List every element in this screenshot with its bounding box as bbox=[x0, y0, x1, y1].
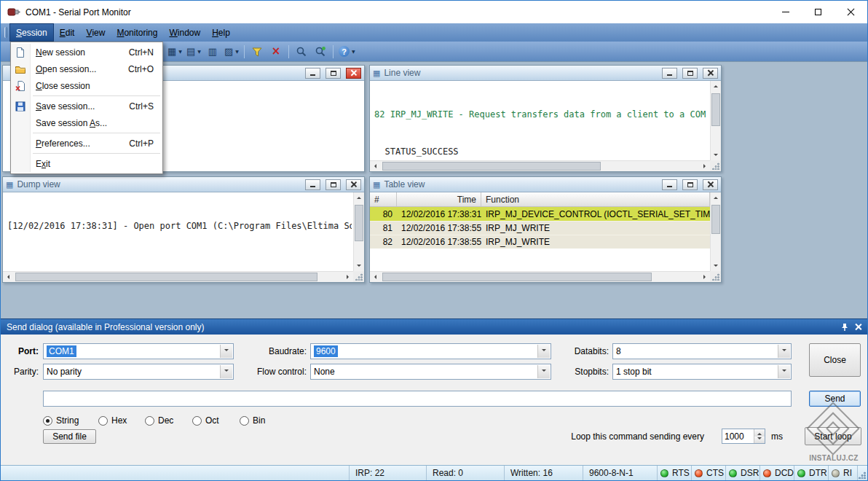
dropdown-arrow-icon[interactable] bbox=[220, 365, 232, 378]
stopbits-combo[interactable]: 1 stop bit bbox=[612, 364, 792, 380]
vertical-scrollbar[interactable] bbox=[710, 192, 721, 271]
clear-button[interactable]: × bbox=[267, 44, 285, 60]
radio-bin[interactable]: Bin bbox=[240, 415, 265, 426]
minimize-button[interactable] bbox=[305, 179, 320, 190]
command-input[interactable] bbox=[43, 391, 792, 407]
scroll-left-button[interactable] bbox=[3, 272, 14, 282]
menu-window[interactable]: Window bbox=[163, 23, 206, 42]
scroll-right-button[interactable] bbox=[699, 272, 710, 282]
scroll-down-button[interactable] bbox=[354, 260, 364, 271]
scroll-thumb[interactable] bbox=[355, 205, 363, 241]
scroll-right-button[interactable] bbox=[699, 161, 710, 171]
resize-grip[interactable] bbox=[710, 271, 721, 282]
menu-monitoring[interactable]: Monitoring bbox=[111, 23, 163, 42]
menu-item-close-session[interactable]: Close session bbox=[11, 77, 162, 94]
dump-view-button[interactable]: ▥ bbox=[204, 44, 221, 60]
baudrate-combo[interactable]: 9600 bbox=[310, 343, 551, 359]
scroll-track[interactable] bbox=[711, 203, 721, 260]
scroll-down-button[interactable] bbox=[711, 149, 721, 160]
close-button[interactable] bbox=[346, 68, 361, 79]
radio-dec[interactable]: Dec bbox=[145, 415, 173, 426]
parity-combo[interactable]: No parity bbox=[43, 364, 234, 380]
radio-hex[interactable]: Hex bbox=[98, 415, 127, 426]
menu-view[interactable]: View bbox=[80, 23, 111, 42]
search-button[interactable] bbox=[293, 44, 310, 60]
start-loop-button[interactable]: Start loop bbox=[805, 427, 861, 445]
menu-item-open-session[interactable]: Open session... Ctrl+O bbox=[11, 60, 162, 77]
minimize-button[interactable] bbox=[662, 179, 677, 190]
menu-item-exit[interactable]: Exit bbox=[11, 155, 162, 172]
close-button[interactable] bbox=[346, 179, 361, 190]
horizontal-scrollbar[interactable] bbox=[370, 271, 710, 282]
spin-down-button[interactable] bbox=[754, 437, 765, 444]
filter-button[interactable] bbox=[248, 44, 266, 60]
horizontal-scrollbar[interactable] bbox=[3, 271, 353, 282]
table-row[interactable]: 82 12/02/2016 17:38:55 IRP_MJ_WRITE bbox=[370, 235, 710, 249]
scroll-thumb[interactable] bbox=[711, 205, 720, 234]
scroll-up-button[interactable] bbox=[354, 192, 364, 203]
databits-combo[interactable]: 8 bbox=[612, 343, 792, 359]
scroll-track[interactable] bbox=[381, 272, 699, 282]
minimize-button[interactable] bbox=[769, 1, 802, 23]
scroll-left-button[interactable] bbox=[370, 161, 381, 171]
loop-interval-input[interactable] bbox=[722, 429, 754, 443]
dump-view-titlebar[interactable]: ▦ Dump view bbox=[3, 177, 364, 192]
table-view-titlebar[interactable]: ▦ Table view bbox=[370, 177, 721, 192]
port-combo[interactable]: COM1 bbox=[43, 343, 234, 359]
scroll-right-button[interactable] bbox=[342, 272, 353, 282]
scroll-down-button[interactable] bbox=[711, 260, 721, 271]
maximize-button[interactable] bbox=[326, 179, 341, 190]
maximize-button[interactable] bbox=[326, 68, 341, 79]
close-icon[interactable] bbox=[855, 324, 861, 330]
resize-grip[interactable] bbox=[710, 160, 721, 171]
scroll-up-button[interactable] bbox=[711, 192, 721, 203]
scroll-thumb[interactable] bbox=[382, 162, 601, 171]
scroll-thumb[interactable] bbox=[711, 93, 720, 126]
menu-item-preferences[interactable]: Preferences... Ctrl+P bbox=[11, 135, 162, 152]
vertical-scrollbar[interactable] bbox=[710, 81, 721, 160]
menu-edit[interactable]: Edit bbox=[54, 23, 81, 42]
column-header-time[interactable]: Time bbox=[397, 192, 481, 206]
help-button[interactable]: ?▼ bbox=[337, 44, 357, 60]
send-button[interactable]: Send bbox=[809, 391, 861, 407]
maximize-button[interactable] bbox=[682, 68, 698, 79]
radio-oct[interactable]: Oct bbox=[192, 415, 219, 426]
menu-item-new-session[interactable]: New session Ctrl+N bbox=[11, 44, 162, 60]
line-view-titlebar[interactable]: ▦ Line view bbox=[370, 66, 721, 81]
close-button[interactable] bbox=[835, 1, 867, 23]
scroll-thumb[interactable] bbox=[15, 273, 317, 281]
scroll-up-button[interactable] bbox=[711, 81, 721, 92]
vertical-scrollbar[interactable] bbox=[353, 192, 364, 271]
flow-control-combo[interactable]: None bbox=[310, 364, 551, 380]
loop-interval-spinner[interactable] bbox=[722, 429, 765, 444]
scroll-track[interactable] bbox=[14, 272, 342, 282]
close-send-dialog-button[interactable]: Close bbox=[809, 343, 861, 377]
close-button[interactable] bbox=[703, 68, 718, 79]
maximize-button[interactable] bbox=[682, 179, 698, 190]
scroll-track[interactable] bbox=[381, 161, 699, 171]
close-button[interactable] bbox=[703, 179, 718, 190]
maximize-button[interactable] bbox=[802, 1, 835, 23]
scroll-track[interactable] bbox=[711, 92, 721, 149]
column-header-num[interactable]: # bbox=[370, 192, 397, 206]
horizontal-scrollbar[interactable] bbox=[370, 160, 710, 171]
menu-session[interactable]: Session bbox=[9, 23, 54, 42]
table-row[interactable]: 81 12/02/2016 17:38:55 IRP_MJ_WRITE bbox=[370, 221, 710, 235]
resize-grip[interactable] bbox=[353, 271, 364, 282]
title-bar[interactable]: COM1 - Serial Port Monitor bbox=[1, 1, 867, 23]
table-row[interactable]: 80 12/02/2016 17:38:31 IRP_MJ_DEVICE_CON… bbox=[370, 207, 710, 221]
scroll-thumb[interactable] bbox=[382, 273, 652, 281]
spin-up-button[interactable] bbox=[754, 429, 765, 437]
dropdown-arrow-icon[interactable] bbox=[537, 365, 550, 378]
window-resize-grip[interactable] bbox=[857, 466, 867, 480]
dropdown-arrow-icon[interactable] bbox=[220, 345, 232, 358]
column-header-function[interactable]: Function bbox=[481, 192, 710, 206]
table-view-button[interactable]: ▨▼ bbox=[223, 44, 240, 60]
minimize-button[interactable] bbox=[662, 68, 677, 79]
dropdown-arrow-icon[interactable] bbox=[778, 345, 790, 358]
menu-help[interactable]: Help bbox=[206, 23, 236, 42]
send-dialog-header[interactable]: Send dialog (available in Professional v… bbox=[1, 318, 867, 335]
scroll-track[interactable] bbox=[354, 203, 364, 260]
scroll-left-button[interactable] bbox=[370, 272, 381, 282]
send-file-button[interactable]: Send file bbox=[43, 429, 96, 444]
